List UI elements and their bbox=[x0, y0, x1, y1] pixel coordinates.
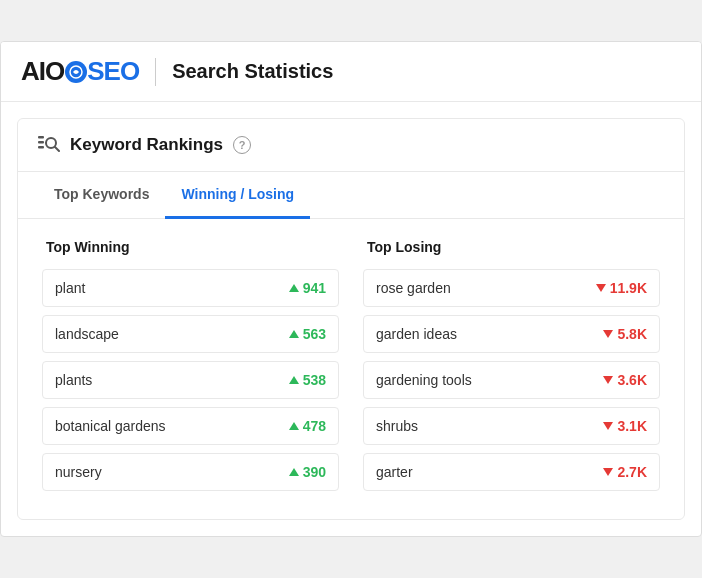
arrow-down-icon bbox=[603, 376, 613, 384]
arrow-up-icon bbox=[289, 284, 299, 292]
main-window: AIO SEO Search Statistics bbox=[0, 41, 702, 537]
page-title: Search Statistics bbox=[172, 60, 333, 83]
arrow-up-icon bbox=[289, 422, 299, 430]
arrow-down-icon bbox=[596, 284, 606, 292]
header-divider bbox=[155, 58, 156, 86]
tab-top-keywords[interactable]: Top Keywords bbox=[38, 172, 165, 219]
keyword-name: garden ideas bbox=[376, 326, 457, 342]
losing-row: garden ideas 5.8K bbox=[363, 315, 660, 353]
losing-row: garter 2.7K bbox=[363, 453, 660, 491]
arrow-down-icon bbox=[603, 468, 613, 476]
keyword-name: nursery bbox=[55, 464, 102, 480]
keyword-name: landscape bbox=[55, 326, 119, 342]
keyword-name: rose garden bbox=[376, 280, 451, 296]
winning-row: landscape 563 bbox=[42, 315, 339, 353]
header: AIO SEO Search Statistics bbox=[1, 42, 701, 102]
keyword-name: garter bbox=[376, 464, 413, 480]
keyword-value: 3.1K bbox=[603, 418, 647, 434]
logo-icon bbox=[65, 61, 87, 83]
logo-aio-text: AIO bbox=[21, 56, 64, 87]
svg-line-5 bbox=[55, 147, 59, 151]
keyword-value: 390 bbox=[289, 464, 326, 480]
content-area: Top Winning plant 941 landscape 563 plan… bbox=[18, 219, 684, 519]
winning-row: botanical gardens 478 bbox=[42, 407, 339, 445]
keyword-rankings-icon bbox=[38, 136, 60, 154]
keyword-value: 3.6K bbox=[603, 372, 647, 388]
keyword-value: 11.9K bbox=[596, 280, 647, 296]
arrow-up-icon bbox=[289, 468, 299, 476]
logo: AIO SEO bbox=[21, 56, 139, 87]
help-icon[interactable]: ? bbox=[233, 136, 251, 154]
winning-list: plant 941 landscape 563 plants 538 botan… bbox=[42, 269, 339, 491]
winning-row: nursery 390 bbox=[42, 453, 339, 491]
losing-row: rose garden 11.9K bbox=[363, 269, 660, 307]
keyword-value: 478 bbox=[289, 418, 326, 434]
svg-rect-1 bbox=[38, 136, 44, 139]
tab-winning-losing[interactable]: Winning / Losing bbox=[165, 172, 310, 219]
keyword-value: 538 bbox=[289, 372, 326, 388]
tabs: Top Keywords Winning / Losing bbox=[18, 172, 684, 219]
keyword-name: plant bbox=[55, 280, 85, 296]
arrow-up-icon bbox=[289, 376, 299, 384]
keyword-value: 2.7K bbox=[603, 464, 647, 480]
arrow-down-icon bbox=[603, 422, 613, 430]
winning-column: Top Winning plant 941 landscape 563 plan… bbox=[42, 239, 339, 499]
columns: Top Winning plant 941 landscape 563 plan… bbox=[42, 239, 660, 499]
losing-column: Top Losing rose garden 11.9K garden idea… bbox=[363, 239, 660, 499]
arrow-down-icon bbox=[603, 330, 613, 338]
column-separator bbox=[339, 239, 363, 499]
losing-row: gardening tools 3.6K bbox=[363, 361, 660, 399]
losing-title: Top Losing bbox=[363, 239, 660, 255]
losing-row: shrubs 3.1K bbox=[363, 407, 660, 445]
winning-row: plants 538 bbox=[42, 361, 339, 399]
keyword-name: plants bbox=[55, 372, 92, 388]
keyword-name: botanical gardens bbox=[55, 418, 166, 434]
keyword-value: 5.8K bbox=[603, 326, 647, 342]
losing-list: rose garden 11.9K garden ideas 5.8K gard… bbox=[363, 269, 660, 491]
keyword-value: 563 bbox=[289, 326, 326, 342]
keyword-rankings-card: Keyword Rankings ? Top Keywords Winning … bbox=[17, 118, 685, 520]
arrow-up-icon bbox=[289, 330, 299, 338]
logo-seo-text: SEO bbox=[87, 56, 139, 87]
card-header: Keyword Rankings ? bbox=[18, 119, 684, 172]
keyword-name: gardening tools bbox=[376, 372, 472, 388]
winning-row: plant 941 bbox=[42, 269, 339, 307]
card-title: Keyword Rankings bbox=[70, 135, 223, 155]
winning-title: Top Winning bbox=[42, 239, 339, 255]
keyword-name: shrubs bbox=[376, 418, 418, 434]
keyword-value: 941 bbox=[289, 280, 326, 296]
svg-rect-3 bbox=[38, 146, 44, 149]
svg-rect-2 bbox=[38, 141, 44, 144]
